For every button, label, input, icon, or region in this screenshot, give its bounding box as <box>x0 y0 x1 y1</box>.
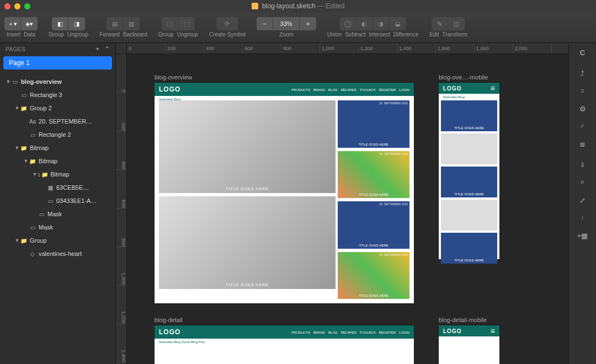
layer-row[interactable]: ◇valentines-heart <box>0 247 115 260</box>
add-page-icon[interactable]: + <box>95 45 100 53</box>
image-icon: ▦ <box>46 185 54 191</box>
artboard-detail-mobile[interactable]: LOGO ≡ <box>439 325 499 364</box>
mock-nav-item: RECIPIES <box>341 331 356 334</box>
mock-nav-item: PRODUCTS <box>291 331 310 334</box>
export-icon[interactable]: ⤴ <box>575 67 590 79</box>
data-button[interactable]: ◈▾ <box>21 17 38 30</box>
layer-name: Bitmap <box>39 158 111 164</box>
canvas[interactable]: blog-overview LOGO PRODUCTSBRANDBLOGRECI… <box>127 54 568 364</box>
backward-label: Backward <box>123 31 147 38</box>
disclosure-icon[interactable]: ▼ <box>14 105 20 111</box>
transform-button[interactable]: ◫ <box>448 17 465 30</box>
artboard-detail[interactable]: LOGO PRODUCTSBRANDBLOGRECIPIESTOOLBOXREG… <box>155 325 414 364</box>
flip-icon[interactable]: ⤢ <box>575 194 590 206</box>
canvas-area: 02004006008001,0001,2001,4001,6001,8002,… <box>116 43 568 364</box>
mock-tile <box>441 200 497 231</box>
disclosure-icon[interactable]: ▼ <box>14 145 20 151</box>
mock-nav-item: REGISTER <box>379 331 396 334</box>
layer-artboard[interactable]: ▼ ▭ blog-overview <box>0 75 115 88</box>
ungroup2-button[interactable]: ⬚ <box>178 17 195 30</box>
backward-button[interactable]: ▥ <box>123 17 140 30</box>
layer-row[interactable]: ▼↕ 📁Bitmap <box>0 168 115 181</box>
layer-row[interactable]: Aa20. SEPTEMBER… <box>0 115 115 128</box>
window-title: blog-layout.sketch — Edited <box>0 2 596 10</box>
collapse-pages-icon[interactable]: ⌃ <box>104 45 110 53</box>
vertical-ruler[interactable]: 02004006008001,0001,2001,400 <box>116 54 127 364</box>
align-icon[interactable]: ≣ <box>575 138 590 150</box>
distribute-icon[interactable]: ⦀ <box>575 159 590 171</box>
zoom-label: Zoom <box>279 31 294 38</box>
layer-row[interactable]: ▦63CEB5E… <box>0 181 115 194</box>
insert-button[interactable]: ＋▾ <box>4 17 21 30</box>
symbol-icon: ◇ <box>29 251 36 257</box>
mock-nav-item: RECIPIES <box>341 88 356 92</box>
edit-button[interactable]: ✎ <box>432 17 448 30</box>
page-item[interactable]: Page 1 <box>3 56 112 69</box>
layer-row[interactable]: ▼📁Bitmap <box>0 154 115 168</box>
subtract-button[interactable]: ◐ <box>356 17 373 30</box>
artboard-label-detail[interactable]: blog-detail <box>155 317 183 323</box>
mock-nav: PRODUCTSBRANDBLOGRECIPIESTOOLBOXREGISTER… <box>288 330 409 335</box>
layer-row[interactable]: ▭Rectangle 2 <box>0 128 115 141</box>
zoom-in-button[interactable]: + <box>300 17 316 30</box>
mock-hero-title: TITLE GOES HERE <box>159 187 336 191</box>
window-status: Edited <box>326 2 344 10</box>
artboard-label-overview-mobile[interactable]: blog-ove…-mobile <box>439 74 488 81</box>
layer-name: Rectangle 3 <box>30 92 111 98</box>
layer-row[interactable]: ▭Mask <box>0 207 115 221</box>
zoom-value[interactable]: 33% <box>273 17 300 30</box>
artboard-overview[interactable]: LOGO PRODUCTSBRANDBLOGRECIPIESTOOLBOXREG… <box>155 83 414 303</box>
layer-row[interactable]: ▭03433EE1-A… <box>0 194 115 207</box>
layer-row[interactable]: ▼📁Bitmap <box>0 141 115 154</box>
image-icon[interactable]: +▦ <box>575 229 590 242</box>
ungroup-button[interactable]: ◨ <box>68 17 85 30</box>
ruler-tick: 400 <box>116 131 126 170</box>
disclosure-icon[interactable]: ▼ <box>6 79 11 84</box>
disclosure-icon[interactable]: ▼ <box>23 158 29 164</box>
mock-logo: LOGO <box>443 85 485 92</box>
group2-button[interactable]: ⬚ <box>162 17 178 30</box>
difference-button[interactable]: ◒ <box>390 17 406 30</box>
ruler-tick: 0 <box>127 43 166 53</box>
layer-row[interactable]: ▭Mask <box>0 221 115 234</box>
disclosure-icon[interactable]: ▼ <box>14 238 20 243</box>
folder-icon: 📁 <box>29 158 36 164</box>
zoom-out-button[interactable]: − <box>257 17 273 30</box>
layer-name: 03433EE1-A… <box>56 197 111 204</box>
subtract-label: Subtract <box>345 31 365 38</box>
settings-icon[interactable]: ⚙ <box>575 103 590 115</box>
disclosure-icon[interactable]: ▼ <box>32 172 38 177</box>
layer-name: Bitmap <box>30 144 111 151</box>
create-symbol-button[interactable]: ⟳ <box>216 17 238 30</box>
layer-name: valentines-heart <box>39 250 111 257</box>
ruler-origin[interactable] <box>116 43 127 54</box>
mock-nav-item: TOOLBOX <box>360 331 376 334</box>
ruler-tick: 400 <box>204 43 243 53</box>
forward-button[interactable]: ▤ <box>107 17 123 30</box>
inspector-c[interactable]: C <box>575 46 590 58</box>
intersect-button[interactable]: ◑ <box>373 17 390 30</box>
ruler-tick: 200 <box>166 43 204 53</box>
group-button[interactable]: ◧ <box>52 17 68 30</box>
layer-row[interactable]: ▼📁Group 2 <box>0 101 115 115</box>
ruler-tick: 1,200 <box>116 286 126 324</box>
mock-logo: LOGO <box>443 328 485 334</box>
group-label: Group <box>49 31 64 38</box>
edit-label: Edit <box>429 31 439 38</box>
rect-icon: ▭ <box>29 224 36 231</box>
pages-header: PAGES + ⌃ <box>0 43 115 55</box>
forward-label: Forward <box>99 31 120 38</box>
artboard-label-overview[interactable]: blog-overview <box>155 74 192 81</box>
layer-row[interactable]: ▼📁Group <box>0 234 115 247</box>
tool-group-ungroup: ◧ ◨ Group Ungroup <box>49 17 88 38</box>
ruler-tick: 2,000 <box>513 43 552 53</box>
horizontal-ruler[interactable]: 02004006008001,0001,2001,4001,6001,8002,… <box>127 43 568 54</box>
layer-row[interactable]: ▭Rectangle 3 <box>0 88 115 101</box>
file-icon <box>252 3 258 9</box>
mock-nav-item: TOOLBOX <box>360 88 376 92</box>
ruler-tick: 800 <box>281 43 320 53</box>
artboard-overview-mobile[interactable]: LOGO ≡ Startseite Blog TITLE GOES HERE T… <box>439 83 499 259</box>
artboard-icon: ▭ <box>11 79 19 85</box>
artboard-label-detail-mobile[interactable]: blog-detail-mobile <box>439 317 487 323</box>
union-button[interactable]: ◯ <box>340 17 356 30</box>
